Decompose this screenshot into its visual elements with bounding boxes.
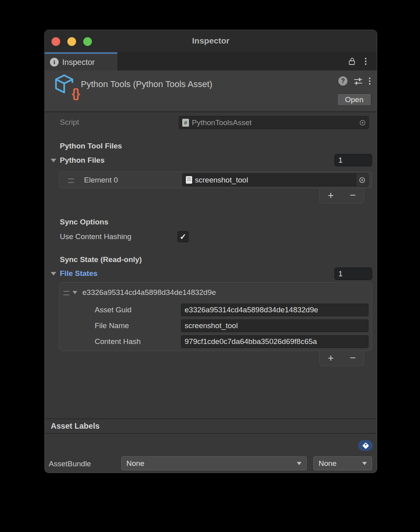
script-object-field[interactable]: PythonToolsAsset — [179, 116, 369, 129]
open-button[interactable]: Open — [337, 93, 371, 106]
help-icon[interactable] — [338, 76, 347, 86]
entry-drag-handle-icon[interactable] — [63, 291, 69, 295]
assetbundle-variant-dropdown[interactable]: None — [313, 456, 372, 470]
assetbundle-variant-value: None — [319, 459, 336, 468]
tab-label: Inspector — [62, 58, 95, 67]
entry-foldout-icon[interactable] — [73, 291, 77, 294]
element0-object-picker-icon[interactable] — [356, 174, 368, 186]
tab-strip: Inspector — [45, 52, 377, 70]
asset-guid-field[interactable]: e3326a95314cd4a5898d34de14832d9e — [181, 304, 368, 316]
assetbundle-dropdown[interactable]: None — [121, 456, 307, 470]
sync-options-heading: Sync Options — [60, 217, 108, 227]
remove-element-button[interactable]: − — [350, 190, 356, 201]
assetbundle-value: None — [126, 459, 144, 468]
add-label-button[interactable] — [358, 440, 373, 451]
file-name-field[interactable]: screenshot_tool — [181, 319, 368, 332]
sync-state-heading: Sync State (Read-only) — [60, 255, 142, 264]
python-files-list: Element 0 screenshot_tool — [59, 171, 372, 188]
file-states-foldout-icon[interactable] — [51, 272, 56, 276]
add-element-button[interactable]: + — [328, 190, 334, 201]
drag-handle-icon[interactable] — [68, 179, 74, 183]
window-title: Inspector — [45, 36, 377, 46]
tab-menu-kebab-icon[interactable] — [365, 58, 367, 65]
add-state-button[interactable]: + — [328, 353, 334, 364]
file-states-list: e3326a95314cd4a5898d34de14832d9e Asset G… — [59, 282, 372, 351]
component-header: {} Python Tools (Python Tools Asset) Ope… — [45, 70, 377, 112]
entry-header[interactable]: e3326a95314cd4a5898d34de14832d9e — [82, 288, 216, 297]
use-content-hashing-label: Use Content Hashing — [60, 232, 132, 241]
csharp-script-icon — [182, 119, 189, 127]
info-icon — [50, 58, 59, 66]
file-name-label: File Name — [95, 321, 129, 331]
script-label: Script — [60, 118, 79, 127]
content-hash-label: Content Hash — [95, 337, 141, 346]
python-files-label[interactable]: Python Files — [60, 156, 105, 165]
component-menu-kebab-icon[interactable] — [369, 78, 370, 85]
tag-icon — [362, 442, 369, 449]
python-files-size-field[interactable]: 1 — [334, 154, 372, 166]
content-hash-field[interactable]: 979cf1cde0c7da64bba35026d69f8c65a — [181, 335, 368, 348]
braces-icon: {} — [71, 87, 79, 100]
asset-guid-label: Asset Guid — [95, 305, 132, 315]
script-field-value: PythonToolsAsset — [192, 118, 252, 127]
file-states-label[interactable]: File States — [60, 269, 97, 278]
use-content-hashing-checkbox[interactable]: ✓ — [178, 231, 189, 242]
file-states-size-field[interactable]: 1 — [334, 268, 372, 280]
asset-labels-title: Asset Labels — [51, 422, 99, 431]
inspector-window: Inspector Inspector {} Py — [44, 30, 377, 473]
python-files-list-controls: + − — [319, 188, 364, 203]
tab-inspector[interactable]: Inspector — [45, 52, 117, 70]
element0-value: screenshot_tool — [195, 176, 248, 184]
assetbundle-label: AssetBundle — [49, 459, 91, 469]
window-titlebar: Inspector — [45, 30, 377, 52]
python-files-foldout-icon[interactable] — [51, 159, 56, 162]
file-states-list-controls: + − — [319, 351, 364, 366]
asset-labels-heading: Asset Labels — [45, 418, 377, 434]
remove-state-button[interactable]: − — [350, 353, 356, 364]
element0-label: Element 0 — [84, 175, 118, 185]
checkmark-icon: ✓ — [180, 232, 187, 241]
presets-icon[interactable] — [353, 77, 363, 86]
script-object-picker-icon[interactable] — [357, 116, 368, 129]
chevron-down-icon — [362, 462, 367, 465]
component-title: Python Tools (Python Tools Asset) — [81, 79, 212, 89]
text-asset-icon — [186, 176, 192, 184]
python-tools-asset-icon: {} — [53, 74, 78, 99]
python-tool-files-heading: Python Tool Files — [60, 141, 122, 151]
element0-object-field[interactable]: screenshot_tool — [182, 173, 368, 186]
chevron-down-icon — [297, 462, 302, 465]
unlock-icon[interactable] — [348, 57, 356, 66]
